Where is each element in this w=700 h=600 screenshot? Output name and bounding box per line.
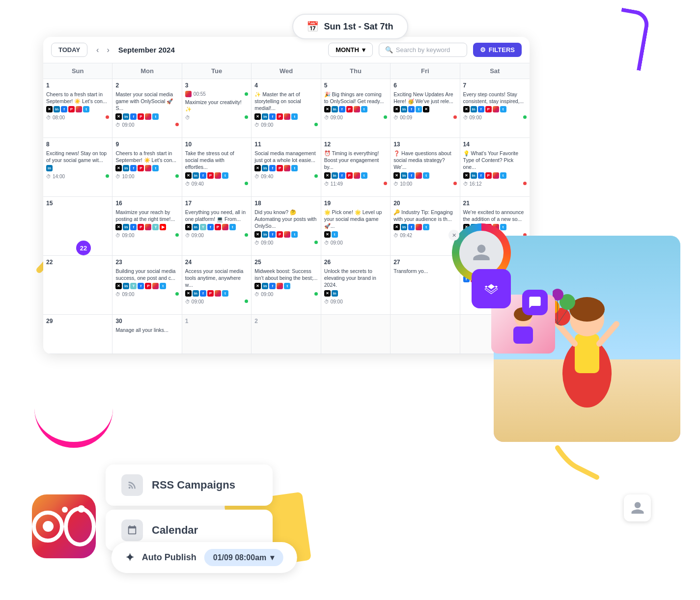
day-header-mon: Mon (112, 63, 182, 79)
cell-sep-16[interactable]: 16 Maximize your reach by posting at the… (112, 197, 182, 256)
status-dot (175, 292, 179, 296)
cell-sep-10[interactable]: 10 Take the stress out of social media w… (182, 138, 252, 197)
cell-sep-26[interactable]: 26 Unlock the secrets to elevating your … (321, 256, 391, 315)
status-dot (314, 123, 318, 126)
svg-rect-1 (575, 334, 599, 373)
date-range-pill: 📅 Sun 1st - Sat 7th (292, 14, 408, 39)
next-month-button[interactable]: › (104, 45, 112, 55)
week-row-5: 29 30 Manage all your links... 1 2 (43, 315, 530, 354)
nav-arrows: ‹ › (93, 45, 112, 55)
rss-card[interactable]: RSS Campaigns (106, 464, 273, 506)
cell-sep-22[interactable]: 22 (43, 256, 112, 315)
calendar-container: TODAY ‹ › September 2024 MONTH ▾ 🔍 Searc… (43, 37, 530, 354)
search-placeholder: Search by keyword (396, 46, 450, 54)
cell-sep-7[interactable]: 7 Every step counts! Stay consistent, st… (460, 79, 530, 138)
auto-publish-label: Auto Publish (142, 552, 196, 563)
profile-avatar (459, 231, 504, 275)
status-dot (314, 292, 318, 296)
auto-publish-pill: ✦ Auto Publish 01/09 08:00am ▾ (112, 542, 297, 573)
cell-sep-13[interactable]: 13 ❓ Have questions about social media s… (391, 138, 460, 197)
cell-sep-14[interactable]: 14 💡 What's Your Favorite Type of Conten… (460, 138, 530, 197)
facebook-icon: f (61, 106, 67, 112)
chat-icon-overlay[interactable] (522, 290, 548, 315)
search-box[interactable]: 🔍 Search by keyword (379, 43, 467, 57)
auto-publish-time: 01/09 08:00am (213, 553, 267, 562)
instagram-icon-large (32, 494, 96, 558)
cell-sep-3[interactable]: 3 00:55 Maximize your creativity! ✨ ⏱ (182, 79, 252, 138)
status-dot (175, 233, 179, 237)
number-badge: 22 (76, 241, 91, 255)
status-dot (453, 115, 457, 119)
close-button[interactable]: ✕ (448, 230, 459, 241)
layers-icon-overlay (472, 269, 511, 308)
cell-sep-9[interactable]: 9 Cheers to a fresh start in September! … (112, 138, 182, 197)
month-selector[interactable]: MONTH ▾ (328, 43, 373, 57)
status-dot (314, 174, 318, 178)
cell-sep-18[interactable]: 18 Did you know? 🤔 Automating your posts… (252, 197, 321, 256)
cell-sep-25[interactable]: 25 Midweek boost: Success isn't about be… (252, 256, 321, 315)
auto-publish-time-selector[interactable]: 01/09 08:00am ▾ (204, 549, 283, 566)
day-headers-row: Sun Mon Tue Wed Thu Fri Sat (43, 63, 530, 79)
cell-sep-30[interactable]: 30 Manage all your links... (112, 315, 182, 354)
status-dot (175, 123, 179, 126)
dropdown-icon: ▾ (270, 553, 274, 562)
status-dot (245, 233, 248, 237)
status-dot (106, 115, 109, 119)
cell-sep-23[interactable]: 23 Building your social media success, o… (112, 256, 182, 315)
cell-sep-8[interactable]: 8 Exciting news! Stay on top of your soc… (43, 138, 112, 197)
cell-sep-11[interactable]: 11 Social media management just got a wh… (252, 138, 321, 197)
date-range-label: Sun 1st - Sat 7th (324, 22, 393, 32)
facebook-icon: f (130, 113, 137, 120)
rss-label: RSS Campaigns (152, 479, 235, 491)
status-dot (314, 241, 318, 244)
cell-oct-1[interactable]: 1 (182, 315, 252, 354)
cell-sep-17[interactable]: 17 Everything you need, all in one platf… (182, 197, 252, 256)
status-dot (245, 182, 248, 185)
status-dot (245, 92, 248, 96)
day-header-sun: Sun (43, 63, 112, 79)
cell-sep-27[interactable]: 27 Transform yo... (391, 256, 460, 315)
filter-button[interactable]: ⚙ FILTERS (473, 43, 522, 57)
month-title: September 2024 (118, 46, 322, 54)
svg-rect-16 (513, 327, 533, 344)
auto-publish-spinner-icon: ✦ (125, 551, 134, 564)
x-icon: ✕ (115, 113, 122, 120)
twitter-icon: t (83, 106, 89, 112)
day-header-wed: Wed (252, 63, 321, 79)
instagram-mini-icon (185, 91, 192, 97)
calendar-card-icon (121, 519, 143, 541)
x-icon: ✕ (46, 106, 53, 112)
cell-sep-4[interactable]: 4 ✨ Master the art of storytelling on so… (252, 79, 321, 138)
status-dot (384, 115, 387, 119)
cell-sep-2[interactable]: 2 Master your social media game with Onl… (112, 79, 182, 138)
today-button[interactable]: TODAY (51, 43, 87, 57)
cell-sep-20[interactable]: 20 🔑 Industry Tip: Engaging with your au… (391, 197, 460, 256)
linkedin-icon: in (54, 106, 60, 112)
cell-sep-24[interactable]: 24 Access your social media tools anytim… (182, 256, 252, 315)
twitter-icon: t (152, 113, 159, 120)
linkedin-icon: in (123, 113, 129, 120)
status-dot (175, 174, 179, 178)
status-dot (384, 182, 387, 185)
cell-sep-6[interactable]: 6 Exciting New Updates Are Here! 🥳 We've… (391, 79, 460, 138)
day-header-fri: Fri (391, 63, 460, 79)
day-header-thu: Thu (321, 63, 391, 79)
cell-sep-12[interactable]: 12 ⏰ Timing is everything! Boost your en… (321, 138, 391, 197)
search-icon: 🔍 (385, 46, 393, 54)
pinterest-icon: P (138, 113, 144, 120)
day-header-tue: Tue (182, 63, 252, 79)
filter-icon: ⚙ (480, 46, 486, 54)
cell-oct-2[interactable]: 2 (252, 315, 321, 354)
status-dot (453, 182, 457, 185)
calendar-label: Calendar (152, 524, 198, 537)
rss-icon (121, 474, 143, 496)
status-dot (106, 174, 109, 178)
cell-sep-19[interactable]: 19 🌟 Pick one! 🌟 Level up your social me… (321, 197, 391, 256)
prev-month-button[interactable]: ‹ (93, 45, 102, 55)
cell-sep-29[interactable]: 29 (43, 315, 112, 354)
decorative-yellow-wave-right (553, 443, 602, 482)
status-dot (245, 300, 248, 303)
cell-sep-5[interactable]: 5 🎉 Big things are coming to OnlySocial!… (321, 79, 391, 138)
instagram-icon (145, 113, 151, 120)
cell-sep-1[interactable]: 1 Cheers to a fresh start in September! … (43, 79, 112, 138)
